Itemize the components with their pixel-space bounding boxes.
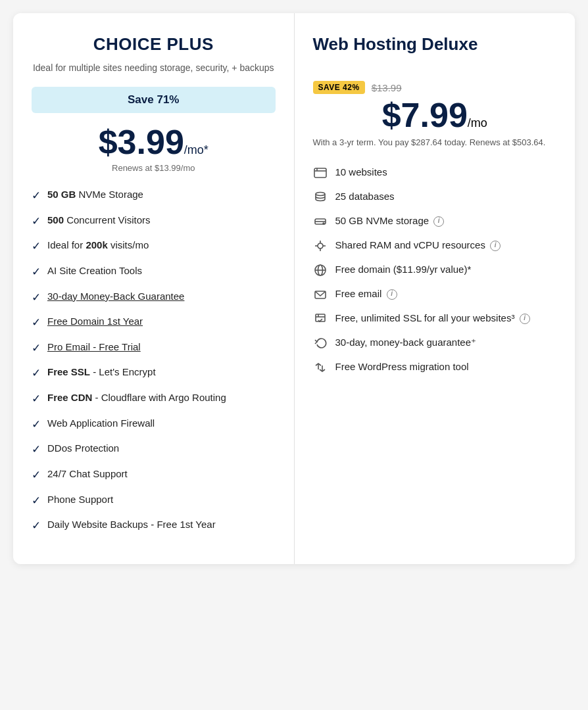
right-price-block: $7.99/mo bbox=[313, 98, 557, 132]
check-icon: ✓ bbox=[32, 315, 41, 331]
right-plan-title: Web Hosting Deluxe bbox=[313, 34, 557, 55]
save-banner: Save 71% bbox=[32, 87, 276, 113]
list-item: ✓50 GB NVMe Storage bbox=[32, 187, 276, 204]
price-main: $3.99 bbox=[99, 123, 184, 161]
save-row: SAVE 42% $13.99 bbox=[313, 81, 557, 94]
shield-icon bbox=[313, 312, 328, 326]
hdd-icon bbox=[313, 214, 328, 229]
price-block: $3.99/mo* bbox=[32, 125, 276, 159]
check-icon: ✓ bbox=[32, 417, 41, 433]
svg-point-6 bbox=[323, 223, 324, 224]
check-icon: ✓ bbox=[32, 290, 41, 306]
check-icon: ✓ bbox=[32, 442, 41, 458]
list-item: 50 GB NVMe storage i bbox=[313, 214, 557, 229]
check-icon: ✓ bbox=[32, 467, 41, 484]
list-item: Free, unlimited SSL for all your website… bbox=[313, 311, 557, 326]
info-icon[interactable]: i bbox=[520, 314, 530, 324]
list-item: ✓Pro Email - Free Trial bbox=[32, 340, 276, 357]
list-item: ✓DDos Protection bbox=[32, 441, 276, 458]
left-plan-title: CHOICE PLUS bbox=[32, 34, 276, 55]
money-back-icon bbox=[313, 336, 328, 350]
list-item: Free WordPress migration tool bbox=[313, 360, 557, 375]
svg-point-7 bbox=[318, 243, 323, 248]
old-price: $13.99 bbox=[372, 82, 402, 93]
right-price-main: $7.99 bbox=[382, 96, 468, 134]
list-item: ✓Web Application Firewall bbox=[32, 416, 276, 433]
check-icon: ✓ bbox=[32, 493, 41, 509]
check-icon: ✓ bbox=[32, 391, 41, 408]
right-price-note: With a 3-yr term. You pay $287.64 today.… bbox=[313, 136, 557, 149]
right-price-suffix: /mo bbox=[468, 116, 487, 130]
check-icon: ✓ bbox=[32, 341, 41, 357]
price-renew: Renews at $13.99/mo bbox=[32, 163, 276, 173]
save-badge: SAVE 42% bbox=[313, 81, 365, 94]
arrows-icon bbox=[313, 360, 328, 375]
check-icon: ✓ bbox=[32, 264, 41, 281]
list-item: ✓500 Concurrent Visitors bbox=[32, 213, 276, 230]
list-item: Free email i bbox=[313, 287, 557, 302]
info-icon[interactable]: i bbox=[490, 241, 501, 251]
list-item: Shared RAM and vCPU resources i bbox=[313, 238, 557, 253]
left-feature-list: ✓50 GB NVMe Storage ✓500 Concurrent Visi… bbox=[32, 187, 276, 534]
pricing-container: CHOICE PLUS Ideal for multiple sites nee… bbox=[13, 13, 575, 564]
list-item: ✓24/7 Chat Support bbox=[32, 467, 276, 484]
svg-point-3 bbox=[316, 192, 325, 195]
browser-icon bbox=[313, 166, 328, 180]
check-icon: ✓ bbox=[32, 214, 41, 230]
list-item: 10 websites bbox=[313, 165, 557, 180]
list-item: ✓Free Domain 1st Year bbox=[32, 314, 276, 331]
left-plan-subtitle: Ideal for multiple sites needing storage… bbox=[32, 61, 276, 75]
globe-icon bbox=[313, 263, 328, 277]
envelope-icon bbox=[313, 287, 328, 302]
list-item: ✓Free CDN - Cloudflare with Argo Routing bbox=[32, 390, 276, 408]
choice-plus-panel: CHOICE PLUS Ideal for multiple sites nee… bbox=[13, 13, 295, 564]
check-icon: ✓ bbox=[32, 518, 41, 534]
price-suffix: /mo* bbox=[184, 143, 208, 156]
list-item: ✓Daily Website Backups - Free 1st Year bbox=[32, 517, 276, 534]
list-item: ✓Ideal for 200k visits/mo bbox=[32, 238, 276, 255]
list-item: ✓AI Site Creation Tools bbox=[32, 264, 276, 281]
info-icon[interactable]: i bbox=[433, 216, 444, 227]
database-icon bbox=[313, 190, 328, 204]
svg-rect-0 bbox=[314, 168, 326, 178]
cpu-icon bbox=[313, 239, 328, 253]
check-icon: ✓ bbox=[32, 188, 41, 204]
check-icon: ✓ bbox=[32, 239, 41, 255]
check-icon: ✓ bbox=[32, 366, 41, 382]
list-item: 25 databases bbox=[313, 189, 557, 204]
list-item: ✓Phone Support bbox=[32, 492, 276, 509]
web-hosting-deluxe-panel: Web Hosting Deluxe SAVE 42% $13.99 $7.99… bbox=[295, 13, 576, 564]
list-item: ✓Free SSL - Let's Encrypt bbox=[32, 365, 276, 382]
right-feature-list: 10 websites 25 databases bbox=[313, 165, 557, 375]
list-item: Free domain ($11.99/yr value)* bbox=[313, 262, 557, 277]
list-item: 30-day, money-back guarantee⁺ bbox=[313, 335, 557, 350]
list-item: ✓30-day Money-Back Guarantee bbox=[32, 289, 276, 306]
info-icon[interactable]: i bbox=[387, 289, 397, 300]
